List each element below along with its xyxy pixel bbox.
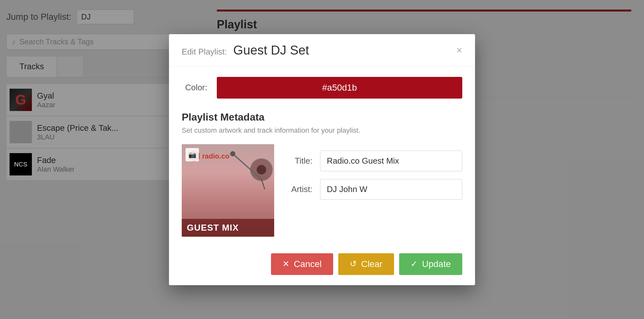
clear-icon: ↺	[350, 259, 357, 269]
cancel-label: Cancel	[294, 259, 322, 269]
artist-field-row: Artist:	[287, 179, 462, 200]
modal-header: Edit Playlist: Guest DJ Set ×	[169, 34, 475, 67]
turntable-svg	[223, 144, 274, 214]
modal-header-left: Edit Playlist: Guest DJ Set	[182, 43, 309, 57]
radio-logo-text: radio.co	[202, 152, 230, 160]
edit-playlist-modal: Edit Playlist: Guest DJ Set × Color: #a5…	[169, 34, 475, 285]
modal-close-button[interactable]: ×	[456, 45, 462, 55]
modal-playlist-title: Guest DJ Set	[233, 43, 309, 57]
artwork-guest-mix-text: GUEST MIX	[187, 223, 239, 233]
update-label: Update	[422, 259, 451, 269]
metadata-heading: Playlist Metadata	[182, 111, 462, 123]
modal-body: Color: #a50d1b Playlist Metadata Set cus…	[169, 67, 475, 237]
title-input[interactable]	[320, 151, 462, 171]
clear-button[interactable]: ↺ Clear	[338, 253, 394, 275]
color-picker-button[interactable]: #a50d1b	[217, 77, 462, 99]
metadata-description: Set custom artwork and track information…	[182, 126, 462, 135]
modal-overlay: Edit Playlist: Guest DJ Set × Color: #a5…	[0, 0, 644, 319]
svg-point-3	[230, 151, 235, 156]
clear-label: Clear	[361, 259, 383, 269]
cancel-button[interactable]: ✕ Cancel	[271, 253, 333, 275]
camera-icon: 📷	[188, 151, 196, 159]
artwork-camera-button[interactable]: 📷	[186, 148, 199, 161]
artist-input[interactable]	[320, 179, 462, 200]
artist-label: Artist:	[287, 184, 312, 194]
svg-point-1	[257, 165, 266, 174]
update-icon: ✓	[411, 259, 418, 269]
artwork-overlay: GUEST MIX	[182, 219, 274, 237]
metadata-fields: Title: Artist:	[287, 144, 462, 200]
update-button[interactable]: ✓ Update	[399, 253, 462, 275]
modal-footer: ✕ Cancel ↺ Clear ✓ Update	[169, 243, 475, 285]
title-label: Title:	[287, 156, 312, 166]
color-label: Color:	[182, 83, 207, 93]
title-field-row: Title:	[287, 151, 462, 171]
color-row: Color: #a50d1b	[182, 77, 462, 99]
metadata-content: 📷	[182, 144, 462, 237]
modal-edit-label: Edit Playlist:	[182, 47, 227, 57]
artwork-wrapper: 📷	[182, 144, 274, 237]
cancel-icon: ✕	[282, 259, 289, 269]
